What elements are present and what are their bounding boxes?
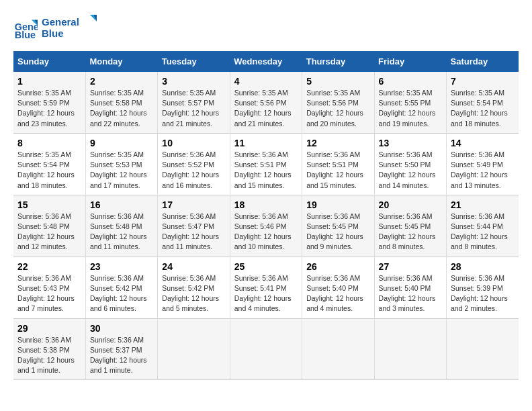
calendar-header-row: SundayMondayTuesdayWednesdayThursdayFrid… — [13, 51, 519, 72]
day-cell-9: 9 Sunrise: 5:35 AM Sunset: 5:53 PM Dayli… — [85, 133, 157, 195]
day-cell-12: 12 Sunrise: 5:36 AM Sunset: 5:51 PM Dayl… — [302, 133, 374, 195]
day-info: Sunrise: 5:36 AM Sunset: 5:40 PM Dayligh… — [379, 273, 442, 314]
day-cell-8: 8 Sunrise: 5:35 AM Sunset: 5:54 PM Dayli… — [13, 133, 85, 195]
day-cell-15: 15 Sunrise: 5:36 AM Sunset: 5:48 PM Dayl… — [13, 195, 85, 257]
calendar-table: SundayMondayTuesdayWednesdayThursdayFrid… — [13, 51, 519, 380]
day-info: Sunrise: 5:36 AM Sunset: 5:48 PM Dayligh… — [90, 212, 153, 253]
day-number: 20 — [379, 199, 442, 210]
day-cell-16: 16 Sunrise: 5:36 AM Sunset: 5:48 PM Dayl… — [85, 195, 157, 257]
logo-text: General Blue — [42, 13, 102, 44]
day-number: 27 — [379, 261, 442, 272]
day-cell-2: 2 Sunrise: 5:35 AM Sunset: 5:58 PM Dayli… — [85, 72, 157, 133]
day-info: Sunrise: 5:36 AM Sunset: 5:43 PM Dayligh… — [17, 273, 81, 314]
day-info: Sunrise: 5:36 AM Sunset: 5:51 PM Dayligh… — [306, 150, 369, 191]
day-number: 13 — [379, 138, 442, 148]
day-number: 5 — [306, 76, 369, 87]
day-info: Sunrise: 5:36 AM Sunset: 5:45 PM Dayligh… — [379, 212, 442, 253]
header-day-friday: Friday — [374, 51, 446, 72]
svg-text:Blue: Blue — [42, 28, 64, 39]
day-number: 3 — [162, 76, 225, 87]
calendar-week-1: 1 Sunrise: 5:35 AM Sunset: 5:59 PM Dayli… — [13, 72, 519, 133]
day-number: 7 — [451, 76, 515, 87]
day-cell-17: 17 Sunrise: 5:36 AM Sunset: 5:47 PM Dayl… — [158, 195, 230, 257]
day-info: Sunrise: 5:36 AM Sunset: 5:40 PM Dayligh… — [306, 273, 369, 314]
empty-cell — [302, 318, 374, 380]
day-cell-29: 29 Sunrise: 5:36 AM Sunset: 5:38 PM Dayl… — [13, 318, 85, 380]
day-cell-6: 6 Sunrise: 5:35 AM Sunset: 5:55 PM Dayli… — [374, 72, 446, 133]
svg-text:Blue: Blue — [15, 30, 36, 40]
day-info: Sunrise: 5:36 AM Sunset: 5:52 PM Dayligh… — [162, 150, 225, 191]
day-number: 22 — [17, 261, 81, 272]
day-number: 10 — [162, 138, 225, 148]
logo-icon: General Blue — [13, 17, 38, 41]
day-number: 12 — [306, 138, 369, 148]
day-cell-21: 21 Sunrise: 5:36 AM Sunset: 5:44 PM Dayl… — [447, 195, 519, 257]
day-info: Sunrise: 5:36 AM Sunset: 5:44 PM Dayligh… — [451, 212, 515, 253]
day-info: Sunrise: 5:35 AM Sunset: 5:54 PM Dayligh… — [451, 88, 515, 129]
day-info: Sunrise: 5:35 AM Sunset: 5:59 PM Dayligh… — [17, 88, 81, 129]
day-cell-25: 25 Sunrise: 5:36 AM Sunset: 5:41 PM Dayl… — [230, 257, 302, 318]
day-info: Sunrise: 5:36 AM Sunset: 5:45 PM Dayligh… — [306, 212, 369, 253]
day-cell-22: 22 Sunrise: 5:36 AM Sunset: 5:43 PM Dayl… — [13, 257, 85, 318]
calendar-week-2: 8 Sunrise: 5:35 AM Sunset: 5:54 PM Dayli… — [13, 133, 519, 195]
day-cell-20: 20 Sunrise: 5:36 AM Sunset: 5:45 PM Dayl… — [374, 195, 446, 257]
day-number: 17 — [162, 199, 225, 210]
empty-cell — [230, 318, 302, 380]
day-info: Sunrise: 5:35 AM Sunset: 5:55 PM Dayligh… — [379, 88, 442, 129]
day-number: 15 — [17, 199, 81, 210]
day-cell-1: 1 Sunrise: 5:35 AM Sunset: 5:59 PM Dayli… — [13, 72, 85, 133]
day-info: Sunrise: 5:35 AM Sunset: 5:57 PM Dayligh… — [162, 88, 225, 129]
day-number: 9 — [90, 138, 153, 148]
header-day-thursday: Thursday — [302, 51, 374, 72]
day-cell-30: 30 Sunrise: 5:36 AM Sunset: 5:37 PM Dayl… — [85, 318, 157, 380]
day-number: 26 — [306, 261, 369, 272]
day-info: Sunrise: 5:35 AM Sunset: 5:58 PM Dayligh… — [90, 88, 153, 129]
day-info: Sunrise: 5:36 AM Sunset: 5:49 PM Dayligh… — [451, 150, 515, 191]
day-cell-5: 5 Sunrise: 5:35 AM Sunset: 5:56 PM Dayli… — [302, 72, 374, 133]
day-number: 29 — [17, 323, 81, 334]
day-number: 24 — [162, 261, 225, 272]
svg-text:General: General — [42, 16, 79, 28]
day-info: Sunrise: 5:35 AM Sunset: 5:53 PM Dayligh… — [90, 150, 153, 191]
day-number: 8 — [17, 138, 81, 148]
day-number: 19 — [306, 199, 369, 210]
day-info: Sunrise: 5:36 AM Sunset: 5:51 PM Dayligh… — [234, 150, 298, 191]
day-cell-3: 3 Sunrise: 5:35 AM Sunset: 5:57 PM Dayli… — [158, 72, 230, 133]
day-info: Sunrise: 5:36 AM Sunset: 5:46 PM Dayligh… — [234, 212, 298, 253]
day-info: Sunrise: 5:35 AM Sunset: 5:56 PM Dayligh… — [234, 88, 298, 129]
day-number: 23 — [90, 261, 153, 272]
page-header: General Blue General Blue — [13, 13, 519, 44]
empty-cell — [447, 318, 519, 380]
day-cell-23: 23 Sunrise: 5:36 AM Sunset: 5:42 PM Dayl… — [85, 257, 157, 318]
day-number: 25 — [234, 261, 298, 272]
header-day-tuesday: Tuesday — [158, 51, 230, 72]
day-cell-14: 14 Sunrise: 5:36 AM Sunset: 5:49 PM Dayl… — [447, 133, 519, 195]
day-number: 6 — [379, 76, 442, 87]
empty-cell — [374, 318, 446, 380]
day-cell-4: 4 Sunrise: 5:35 AM Sunset: 5:56 PM Dayli… — [230, 72, 302, 133]
day-cell-26: 26 Sunrise: 5:36 AM Sunset: 5:40 PM Dayl… — [302, 257, 374, 318]
empty-cell — [158, 318, 230, 380]
day-cell-13: 13 Sunrise: 5:36 AM Sunset: 5:50 PM Dayl… — [374, 133, 446, 195]
day-cell-10: 10 Sunrise: 5:36 AM Sunset: 5:52 PM Dayl… — [158, 133, 230, 195]
calendar-week-5: 29 Sunrise: 5:36 AM Sunset: 5:38 PM Dayl… — [13, 318, 519, 380]
day-info: Sunrise: 5:36 AM Sunset: 5:48 PM Dayligh… — [17, 212, 81, 253]
day-number: 1 — [17, 76, 81, 87]
day-number: 21 — [451, 199, 515, 210]
day-info: Sunrise: 5:35 AM Sunset: 5:54 PM Dayligh… — [17, 150, 81, 191]
day-number: 14 — [451, 138, 515, 148]
day-info: Sunrise: 5:36 AM Sunset: 5:47 PM Dayligh… — [162, 212, 225, 253]
day-cell-7: 7 Sunrise: 5:35 AM Sunset: 5:54 PM Dayli… — [447, 72, 519, 133]
day-cell-28: 28 Sunrise: 5:36 AM Sunset: 5:39 PM Dayl… — [447, 257, 519, 318]
calendar-week-3: 15 Sunrise: 5:36 AM Sunset: 5:48 PM Dayl… — [13, 195, 519, 257]
header-day-wednesday: Wednesday — [230, 51, 302, 72]
day-number: 30 — [90, 323, 153, 334]
logo: General Blue General Blue — [13, 13, 102, 44]
day-cell-19: 19 Sunrise: 5:36 AM Sunset: 5:45 PM Dayl… — [302, 195, 374, 257]
day-number: 28 — [451, 261, 515, 272]
day-number: 11 — [234, 138, 298, 148]
header-day-saturday: Saturday — [447, 51, 519, 72]
calendar-week-4: 22 Sunrise: 5:36 AM Sunset: 5:43 PM Dayl… — [13, 257, 519, 318]
day-number: 18 — [234, 199, 298, 210]
day-cell-18: 18 Sunrise: 5:36 AM Sunset: 5:46 PM Dayl… — [230, 195, 302, 257]
